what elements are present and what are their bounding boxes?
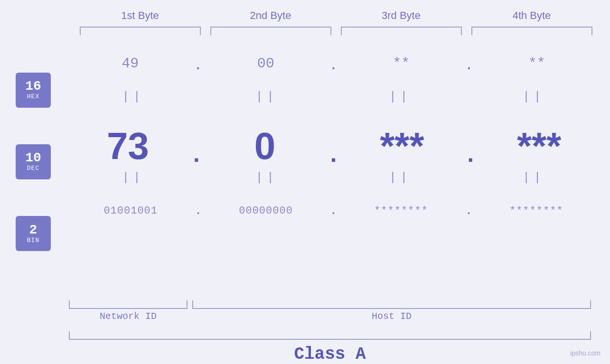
sep7: ||: [334, 170, 467, 185]
watermark: ipshu.com: [570, 349, 601, 357]
hex-badge-label: HEX: [27, 93, 39, 100]
top-brackets: [75, 27, 597, 35]
bracket-b2: [210, 27, 331, 35]
dot2-dec: .: [326, 144, 340, 168]
sep1: ||: [66, 90, 200, 104]
hex-b1-value: 49: [122, 56, 139, 72]
dec-b1-cell: 73: [66, 124, 189, 168]
dec-row: 73 . 0 . *** . ***: [66, 106, 601, 168]
bin-badge: 2 BIN: [16, 216, 51, 251]
hex-b2-cell: 00: [202, 56, 329, 72]
bottom-section: Network ID Host ID Class A: [0, 300, 610, 364]
bin-b1-cell: 01001001: [66, 205, 195, 217]
sep-hex-dec: || || || ||: [66, 87, 601, 106]
main-container: 1st Byte 2nd Byte 3rd Byte 4th Byte 16 H…: [0, 0, 610, 364]
content-area: 16 HEX 10 DEC 2 BIN 49 . 00: [0, 40, 610, 298]
host-id-label: Host ID: [192, 311, 591, 322]
byte4-label: 4th Byte: [467, 9, 597, 22]
bracket-b1: [80, 27, 201, 35]
dot1-hex: .: [194, 58, 202, 73]
dec-b3-value: ***: [380, 125, 424, 167]
dec-b1-value: 73: [107, 125, 149, 167]
data-columns: 49 . 00 . ** . ** || || || ||: [66, 40, 610, 298]
dot1-bin: .: [195, 205, 201, 217]
dec-b2-value: 0: [254, 125, 276, 167]
bracket-b4: [471, 27, 592, 35]
dec-b4-cell: ***: [478, 124, 601, 168]
dot2-hex: .: [329, 58, 338, 73]
sep4: ||: [467, 90, 601, 104]
hex-badge: 16 HEX: [16, 73, 51, 108]
dec-badge-label: DEC: [27, 165, 39, 172]
host-bracket: [192, 300, 591, 309]
hex-b4-cell: **: [473, 56, 601, 72]
bin-b4-value: ********: [509, 205, 563, 217]
byte2-label: 2nd Byte: [206, 9, 336, 22]
byte1-label: 1st Byte: [75, 9, 206, 22]
sep5: ||: [66, 170, 200, 185]
bin-b2-value: 00000000: [239, 205, 293, 217]
header-row: 1st Byte 2nd Byte 3rd Byte 4th Byte: [75, 9, 597, 22]
bin-b3-value: ********: [374, 205, 428, 217]
sep-dec-bin: || || || ||: [66, 168, 601, 187]
sep3: ||: [334, 90, 467, 104]
dec-badge-number: 10: [25, 151, 41, 165]
dot1-dec: .: [189, 144, 204, 168]
hex-b4-value: **: [528, 56, 545, 72]
dec-b4-value: ***: [517, 125, 561, 167]
sep2: ||: [200, 90, 333, 104]
byte3-label: 3rd Byte: [336, 9, 467, 22]
hex-badge-number: 16: [25, 80, 41, 93]
sep8: ||: [467, 170, 601, 185]
dot2-bin: .: [330, 205, 337, 217]
bin-badge-label: BIN: [27, 237, 39, 244]
bottom-bracket-row: [69, 300, 591, 309]
bin-b1-value: 01001001: [103, 205, 158, 217]
dot3-bin: .: [465, 205, 472, 217]
sep6: ||: [200, 170, 333, 185]
bracket-b3: [341, 27, 462, 35]
bin-row: 01001001 . 00000000 . ******** . *******…: [66, 187, 601, 234]
hex-row: 49 . 00 . ** . **: [66, 40, 601, 87]
class-label: Class A: [69, 345, 591, 364]
network-bracket: [69, 300, 188, 309]
class-bracket: [69, 331, 591, 340]
dec-b3-cell: ***: [341, 124, 464, 168]
hex-b3-cell: **: [338, 56, 465, 72]
bin-b3-cell: ********: [337, 205, 465, 217]
id-label-row: Network ID Host ID: [69, 311, 591, 322]
hex-b1-cell: 49: [66, 56, 194, 72]
dot3-hex: .: [465, 58, 473, 73]
dec-badge: 10 DEC: [16, 144, 51, 179]
badges-column: 16 HEX 10 DEC 2 BIN: [0, 40, 66, 298]
bin-badge-number: 2: [29, 224, 38, 237]
hex-b2-value: 00: [257, 56, 274, 72]
network-id-label: Network ID: [69, 311, 188, 322]
hex-b3-value: **: [393, 56, 410, 72]
dot3-dec: .: [463, 144, 478, 168]
class-row: Class A: [69, 331, 591, 364]
bin-b4-cell: ********: [472, 205, 601, 217]
dec-b2-cell: 0: [204, 124, 327, 168]
bin-b2-cell: 00000000: [202, 205, 330, 217]
dec-row-inner: 73 . 0 . *** . ***: [66, 124, 601, 168]
